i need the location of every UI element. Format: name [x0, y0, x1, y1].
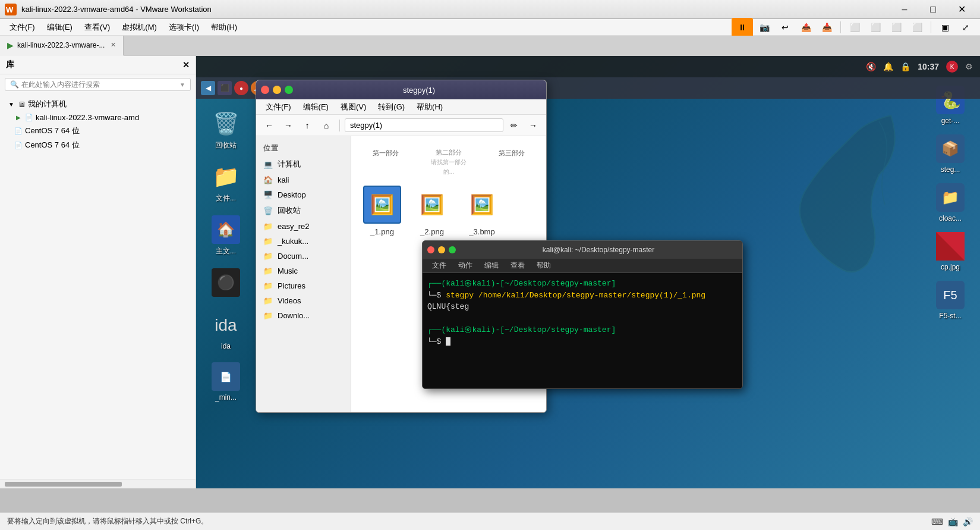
fm-forward-btn[interactable]: →: [280, 117, 297, 134]
revert-button[interactable]: ↩: [776, 18, 795, 37]
tree-item-centos1[interactable]: 📄 CentOS 7 64 位: [0, 124, 196, 138]
statusbar: 要将输入定向到该虚拟机，请将鼠标指针移入其中或按 Ctrl+G。 ⌨ 📺 🔊: [0, 512, 980, 530]
desktop-icon-sound[interactable]: ⚫: [202, 268, 250, 299]
main-area: 库 ✕ 🔍 ▼ ▼ 🖥 我的计算机 ▶ 📄 kali-linux-2022.3-…: [0, 56, 980, 488]
menu-file[interactable]: 文件(F): [5, 20, 40, 35]
fm-menu-edit[interactable]: 编辑(E): [298, 101, 333, 114]
dragon-art: [784, 104, 903, 282]
terminal-button[interactable]: ▣: [935, 18, 954, 37]
vm-content[interactable]: 🔇 🔔 🔒 10:37 K ⚙ ◀ ⬛ ● 🦊: [196, 56, 980, 488]
desktop-icon-f5[interactable]: F5 F5-st...: [927, 281, 974, 320]
fm-sidebar-videos[interactable]: 📁 Videos: [256, 293, 351, 308]
menu-help[interactable]: 帮助(H): [206, 20, 242, 35]
taskbar-icon-1[interactable]: ◀: [201, 81, 215, 95]
fm-sidebar-music[interactable]: 📁 Music: [256, 264, 351, 278]
desktop-icon-cpjpg-label: cp.jpg: [927, 263, 974, 271]
fm-max-btn[interactable]: [285, 86, 293, 94]
stegpy-files: 🖼️ _1.png 🖼️ _2.png 🖼️: [363, 186, 534, 236]
tree-item-centos2[interactable]: 📄 CentOS 7 64 位: [0, 138, 196, 152]
search-input[interactable]: [21, 80, 177, 89]
fm-titlebar: stegpy(1): [256, 80, 546, 99]
receive-file-button[interactable]: 📥: [817, 18, 836, 37]
fm-menu-file[interactable]: 文件(F): [261, 101, 296, 114]
fm-home-btn[interactable]: ⌂: [318, 117, 335, 134]
expand-button[interactable]: ⤢: [956, 18, 975, 37]
terminal-menu-help[interactable]: 帮助: [532, 259, 556, 272]
desktop-icon-min[interactable]: 📄 _min...: [202, 362, 250, 402]
fm-next-btn[interactable]: →: [525, 117, 541, 134]
desktop-icon-get-label: get-...: [927, 117, 974, 125]
desktop-icon-cpjpg[interactable]: cp.jpg: [927, 232, 974, 271]
fm-menu-goto[interactable]: 转到(G): [373, 101, 409, 114]
desktop-icon-cloac[interactable]: 📁 cloac...: [927, 183, 974, 222]
fm-up-btn[interactable]: ↑: [299, 117, 316, 134]
vm-icon: 📄: [25, 114, 33, 121]
file-label-1: _1.png: [370, 227, 394, 236]
status-text: 要将输入定向到该虚拟机，请将鼠标指针移入其中或按 Ctrl+G。: [7, 516, 208, 526]
fm-menu-view[interactable]: 视图(V): [336, 101, 371, 114]
desktop-icon-recycle[interactable]: 🗑️ 回收站: [202, 109, 250, 150]
fm-sidebar-pictures[interactable]: 📁 Pictures: [256, 278, 351, 293]
fm-sidebar-easyre2[interactable]: 📁 easy_re2: [256, 219, 351, 234]
view3-button[interactable]: ⬜: [887, 18, 906, 37]
fm-address-text: stegpy(1): [350, 121, 382, 130]
search-icon: 🔍: [10, 80, 19, 89]
dropdown-icon[interactable]: ▼: [179, 81, 185, 88]
terminal-menu-edit[interactable]: 编辑: [480, 259, 503, 272]
pause-button[interactable]: ⏸: [732, 18, 753, 37]
desktop-icon-steg[interactable]: 📦 steg...: [927, 134, 974, 174]
menu-tab[interactable]: 选项卡(I): [164, 20, 204, 35]
maximize-button[interactable]: □: [919, 0, 947, 19]
menu-vm[interactable]: 虚拟机(M): [117, 20, 162, 35]
terminal-body[interactable]: ┌──(kali㉿kali)-[~/Desktop/stegpy-master]…: [423, 273, 742, 388]
file-2png[interactable]: 🖼️ _2.png: [413, 186, 451, 236]
taskbar-icon-red[interactable]: ●: [234, 81, 248, 95]
fm-sidebar-trash[interactable]: 🗑️ 回收站: [256, 202, 351, 219]
terminal-menu-view[interactable]: 查看: [506, 259, 530, 272]
terminal-close-btn[interactable]: [427, 246, 434, 253]
sidebar-search[interactable]: 🔍 ▼: [5, 78, 191, 91]
view1-button[interactable]: ⬜: [845, 18, 864, 37]
fm-sidebar-item-label: Pictures: [278, 281, 305, 290]
sidebar-close-icon[interactable]: ✕: [182, 60, 190, 70]
fm-back-btn[interactable]: ←: [261, 117, 278, 134]
tab-close-icon[interactable]: ✕: [111, 41, 116, 49]
fm-sidebar-kali[interactable]: 🏠 kali: [256, 173, 351, 187]
terminal-menu-action[interactable]: 动作: [453, 259, 477, 272]
sidebar-title: 库: [6, 59, 14, 70]
tree-item-kali[interactable]: ▶ 📄 kali-linux-2022.3-vmware-amd: [0, 111, 196, 124]
fm-min-btn[interactable]: [273, 86, 281, 94]
tree-item-mycomputer[interactable]: ▼ 🖥 我的计算机: [0, 97, 196, 111]
view2-button[interactable]: ⬜: [866, 18, 885, 37]
computer-icon: 💻: [263, 160, 273, 169]
fm-sidebar-computer[interactable]: 💻 计算机: [256, 156, 351, 173]
fm-refresh-btn[interactable]: ✏: [506, 117, 522, 134]
fm-sidebar-kukuk[interactable]: 📁 _kukuk...: [256, 234, 351, 249]
menu-view[interactable]: 查看(V): [80, 20, 115, 35]
file-1png[interactable]: 🖼️ _1.png: [363, 186, 401, 236]
desktop-icon-ida[interactable]: ida ida: [202, 311, 250, 350]
fm-sidebar-desktop[interactable]: 🖥️ Desktop: [256, 187, 351, 202]
terminal-menu-file[interactable]: 文件: [427, 259, 451, 272]
desktop-icon-home[interactable]: 🏠 主文...: [202, 215, 250, 256]
close-button[interactable]: ✕: [948, 0, 975, 19]
fm-close-btn[interactable]: [261, 86, 269, 94]
view4-button[interactable]: ⬜: [907, 18, 927, 37]
desktop-icon-filemanager[interactable]: 📁 文件...: [202, 162, 250, 203]
fm-address-bar[interactable]: stegpy(1): [345, 118, 503, 132]
fm-menu-help[interactable]: 帮助(H): [412, 101, 448, 114]
send-file-button[interactable]: 📤: [796, 18, 815, 37]
window-controls[interactable]: – □ ✕: [891, 0, 975, 19]
fm-sidebar-downloads[interactable]: 📁 Downlo...: [256, 308, 351, 323]
file-3bmp[interactable]: 🖼️ _3.bmp: [463, 186, 501, 236]
volume-icon: 🔊: [963, 517, 973, 526]
settings-icon[interactable]: ⚙: [965, 62, 973, 71]
terminal-max-btn[interactable]: [449, 246, 456, 253]
terminal-min-btn[interactable]: [438, 246, 445, 253]
taskbar-icon-2[interactable]: ⬛: [218, 81, 232, 95]
minimize-button[interactable]: –: [891, 0, 918, 19]
menu-edit[interactable]: 编辑(E): [42, 20, 77, 35]
tab-kali[interactable]: ▶ kali-linux-2022.3-vmware-... ✕: [0, 36, 124, 56]
snapshot-button[interactable]: 📷: [755, 18, 774, 37]
fm-sidebar-documents[interactable]: 📁 Docum...: [256, 249, 351, 264]
